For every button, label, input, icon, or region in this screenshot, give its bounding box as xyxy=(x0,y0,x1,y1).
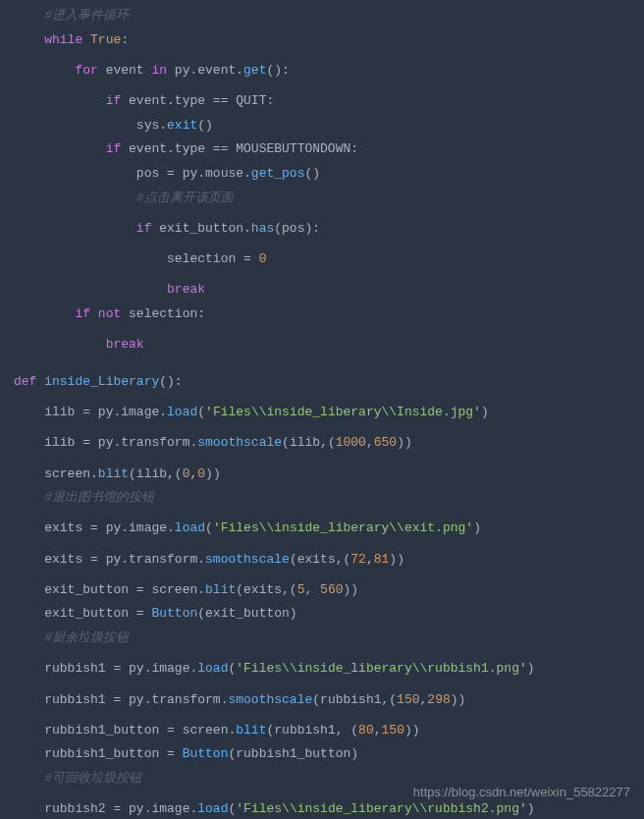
code-line: exit_button = screen.blit(exits,(5, 560)… xyxy=(14,578,644,603)
code-line: if not selection: xyxy=(14,302,644,327)
code-line: ilib = py.image.load('Files\\inside_libe… xyxy=(14,401,644,425)
code-line: if exit_button.has(pos): xyxy=(14,217,644,242)
code-line: #退出图书馆的按钮 xyxy=(14,486,644,511)
code-line: if event.type == QUIT: xyxy=(14,89,644,114)
code-line: pos = py.mouse.get_pos() xyxy=(14,162,644,187)
code-line: exits = py.image.load('Files\\inside_lib… xyxy=(14,517,644,541)
code-line: rubbish1_button = Button(rubbish1_button… xyxy=(14,742,644,767)
code-line: rubbish1 = py.transform.smoothscale(rubb… xyxy=(14,688,644,713)
code-line: sys.exit() xyxy=(14,114,644,138)
code-line: ilib = py.transform.smoothscale(ilib,(10… xyxy=(14,431,644,456)
code-line: if event.type == MOUSEBUTTONDOWN: xyxy=(14,137,644,162)
code-line: for event in py.event.get(): xyxy=(14,59,644,83)
code-line: screen.blit(ilib,(0,0)) xyxy=(14,463,644,487)
code-block: #进入事件循环 while True: for event in py.even… xyxy=(14,4,644,819)
code-line: while True: xyxy=(14,28,644,53)
code-line: break xyxy=(14,278,644,302)
code-line: rubbish1 = py.image.load('Files\\inside_… xyxy=(14,657,644,682)
code-line: selection = 0 xyxy=(14,247,644,272)
code-line: exit_button = Button(exit_button) xyxy=(14,602,644,627)
code-line: #点击离开该页面 xyxy=(14,187,644,211)
code-line: exits = py.transform.smoothscale(exits,(… xyxy=(14,548,644,573)
code-line: #进入事件循环 xyxy=(14,4,644,28)
code-line: rubbish1_button = screen.blit(rubbish1, … xyxy=(14,719,644,743)
code-line: break xyxy=(14,333,644,357)
watermark-text: https://blog.csdn.net/weixin_55822277 xyxy=(413,781,630,805)
code-line: def inside_Liberary(): xyxy=(14,370,644,395)
code-line: #厨余垃圾按钮 xyxy=(14,627,644,651)
